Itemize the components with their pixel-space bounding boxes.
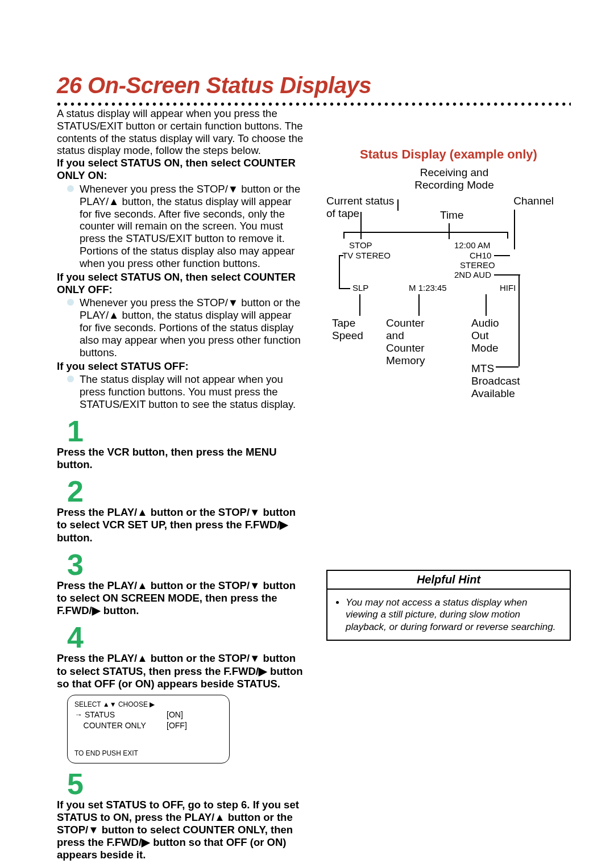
step-number-1: 1: [67, 416, 304, 446]
osd-m: M 1:23:45: [409, 283, 447, 293]
lbl-mts: MTSBroadcastAvailable: [471, 362, 520, 400]
lbl-counter: CounterandCounterMemory: [386, 317, 425, 367]
intro-text: A status display will appear when you pr…: [57, 107, 304, 157]
page-title: 26 On-Screen Status Displays: [57, 73, 571, 98]
osd-stereo: STEREO: [460, 260, 495, 270]
block1-body: Whenever you press the STOP/▼ button or …: [80, 183, 304, 270]
menu-r1-label: → STATUS: [74, 710, 160, 721]
osd-hifi: HIFI: [500, 283, 516, 293]
menu-foot: TO END PUSH EXIT: [74, 749, 222, 758]
block3-head: If you select STATUS OFF:: [57, 360, 304, 373]
step-number-2: 2: [67, 477, 304, 506]
step-number-3: 3: [67, 550, 304, 579]
hint-text: You may not access a status display when…: [346, 596, 562, 633]
menu-r2-val: [OFF]: [167, 720, 187, 732]
status-diagram: Receiving and Recording Mode Current sta…: [326, 166, 571, 399]
status-display-title: Status Display (example only): [326, 147, 571, 162]
step1-text: Press the VCR button, then press the MEN…: [57, 446, 304, 471]
bullet-icon: [67, 299, 74, 306]
hint-body: You may not access a status display when…: [327, 590, 570, 640]
bullet-icon: [67, 375, 74, 382]
osd-tvstereo: TV STEREO: [342, 251, 391, 260]
menu-head: SELECT ▲▼ CHOOSE ▶: [74, 700, 222, 710]
menu-r2-label: COUNTER ONLY: [74, 720, 160, 732]
helpful-hint-box: Helpful Hint You may not access a status…: [326, 570, 571, 641]
lbl-time: Time: [440, 209, 464, 222]
lbl-audio: AudioOutMode: [471, 317, 499, 354]
lbl-receiving: Receiving and Recording Mode: [397, 166, 511, 191]
step-number-4: 4: [67, 623, 304, 652]
osd-aud: 2ND AUD: [454, 270, 491, 279]
step-number-5: 5: [67, 769, 304, 799]
step2-text: Press the PLAY/▲ button or the STOP/▼ bu…: [57, 506, 304, 544]
bullet-icon: [67, 185, 74, 192]
lbl-tapespeed: TapeSpeed: [332, 317, 363, 342]
divider-dots: ••••••••••••••••••••••••••••••••••••••••…: [57, 102, 571, 106]
hint-title: Helpful Hint: [327, 571, 570, 590]
onscreen-menu: SELECT ▲▼ CHOOSE ▶ → STATUS[ON] COUNTER …: [67, 695, 230, 763]
block2-head: If you select STATUS ON, then select COU…: [57, 271, 304, 296]
block1-head: If you select STATUS ON, then select COU…: [57, 157, 304, 182]
osd-clock: 12:00 AM: [454, 240, 490, 250]
block3-body: The status display will not appear when …: [80, 373, 304, 410]
step3-text: Press the PLAY/▲ button or the STOP/▼ bu…: [57, 579, 304, 617]
block2-body: Whenever you press the STOP/▼ button or …: [80, 297, 304, 358]
step4-text: Press the PLAY/▲ button or the STOP/▼ bu…: [57, 652, 304, 690]
osd-ch: CH10: [470, 251, 491, 260]
menu-r1-val: [ON]: [167, 710, 183, 721]
step5-text: If you set STATUS to OFF, go to step 6. …: [57, 799, 304, 862]
osd-stop: STOP: [349, 240, 372, 250]
lbl-channel: Channel: [513, 195, 554, 207]
osd-slp: SLP: [352, 283, 368, 293]
